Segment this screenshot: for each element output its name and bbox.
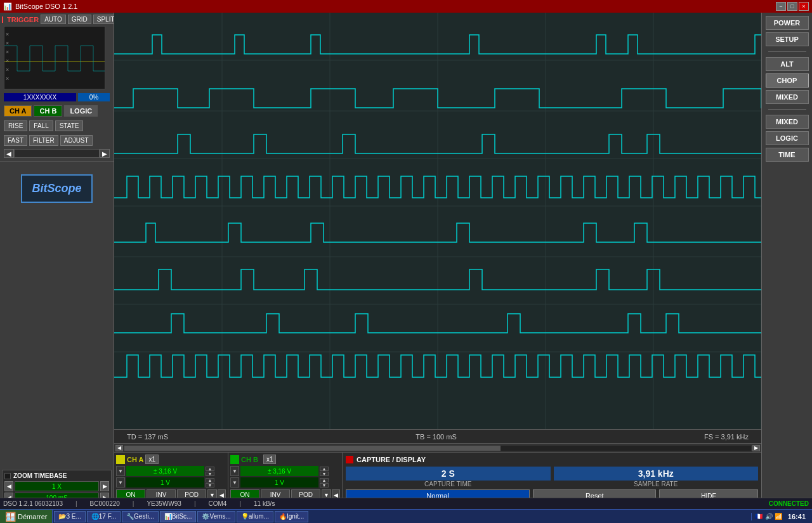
minimize-button[interactable]: − bbox=[776, 2, 786, 11]
setup-button[interactable]: SETUP bbox=[766, 32, 809, 46]
cha-offset-up[interactable]: ▲ bbox=[206, 478, 214, 482]
cha-offset-down2[interactable]: ▼ bbox=[206, 483, 214, 487]
status-connected: CONNECTED bbox=[769, 500, 809, 507]
taskbar-items: 📂 3 E... 🌐 17 F... 🔧 Gesti... 📊 BitSc...… bbox=[53, 510, 751, 524]
titlebar: 📊 BitScope DSO 1.2.1 − □ × bbox=[0, 0, 812, 13]
nav-right-arrow[interactable]: ▶ bbox=[100, 149, 110, 158]
status-port: COM4 bbox=[209, 500, 227, 507]
fast-button[interactable]: FAST bbox=[4, 135, 27, 146]
capture-time-value: 2 S bbox=[346, 467, 551, 481]
filter-button[interactable]: FILTER bbox=[29, 135, 58, 146]
taskbar-clock: 16:41 bbox=[785, 513, 809, 520]
hex-display: 1XXXXXXX bbox=[4, 93, 76, 101]
mini-scope: ×××××× bbox=[4, 26, 105, 89]
chb-indicator bbox=[230, 455, 239, 464]
chb-name: CH B bbox=[241, 456, 258, 463]
title-text: BitScope DSO 1.2.1 bbox=[15, 3, 77, 10]
rise-button[interactable]: RISE bbox=[4, 120, 27, 131]
scroll-thumb[interactable] bbox=[124, 446, 501, 451]
fall-button[interactable]: FALL bbox=[29, 120, 53, 131]
percent-display: 0% bbox=[78, 93, 110, 101]
x-decrease-button[interactable]: ◀ bbox=[4, 481, 13, 491]
bitscope-logo: BitScope bbox=[21, 174, 92, 203]
cha-button[interactable]: CH A bbox=[4, 105, 32, 117]
chb-voltage-down[interactable]: ▼ bbox=[230, 466, 239, 476]
cha-name: CH A bbox=[127, 456, 143, 463]
scope-scrollbar[interactable]: ◀ ▶ bbox=[114, 443, 761, 452]
taskbar-item-6[interactable]: 💡 allum... bbox=[237, 511, 273, 522]
tb-value: TB = 100 mS bbox=[416, 433, 457, 441]
status-rate: 11 kB/s bbox=[254, 500, 275, 507]
capture-title: CAPTURE / DISPLAY bbox=[357, 456, 426, 463]
taskbar-item-4[interactable]: 📊 BitSc... bbox=[160, 511, 197, 522]
state-button[interactable]: STATE bbox=[55, 120, 84, 131]
taskbar-item-1[interactable]: 📂 3 E... bbox=[54, 511, 85, 522]
zoom-indicator bbox=[4, 473, 11, 479]
mixed-button2[interactable]: MIXED bbox=[766, 115, 809, 129]
scope-canvas bbox=[114, 13, 761, 429]
waveform-display bbox=[114, 13, 761, 429]
sample-rate-label: SAMPLE RATE bbox=[554, 481, 759, 487]
taskbar-tray: 🇫🇷 🔊 📶 16:41 bbox=[751, 513, 812, 520]
x-increase-button[interactable]: ▶ bbox=[100, 481, 109, 491]
cha-multiplier[interactable]: x1 bbox=[145, 455, 159, 464]
scroll-right-arrow[interactable]: ▶ bbox=[752, 445, 760, 451]
grid-button[interactable]: GRID bbox=[68, 15, 91, 24]
cha-up-arrow[interactable]: ▲ bbox=[206, 467, 214, 471]
taskbar-item-5[interactable]: ⚙️ Vems... bbox=[197, 511, 235, 522]
chb-button[interactable]: CH B bbox=[34, 105, 62, 117]
cha-down-arrow[interactable]: ▼ bbox=[206, 472, 214, 476]
cha-voltage: ± 3,16 V bbox=[126, 466, 204, 476]
chb-offset-up[interactable]: ▲ bbox=[320, 478, 329, 482]
capture-time-label: CAPTURE TIME bbox=[346, 481, 551, 487]
chop-button[interactable]: CHOP bbox=[766, 74, 809, 87]
taskbar-item-7[interactable]: 🔥 Ignit... bbox=[275, 511, 308, 522]
nav-left-arrow[interactable]: ◀ bbox=[4, 149, 14, 158]
cha-voltage-down[interactable]: ▼ bbox=[116, 466, 125, 476]
right-divider1 bbox=[768, 51, 806, 52]
logic-button2[interactable]: LOGIC bbox=[766, 131, 809, 145]
trigger-label: TRIGGER bbox=[7, 16, 39, 23]
mixed-button1[interactable]: MIXED bbox=[766, 90, 809, 104]
chb-voltage: ± 3,16 V bbox=[240, 466, 318, 476]
scope-status: TD = 137 mS TB = 100 mS FS = 3,91 kHz bbox=[114, 429, 761, 443]
x-value-display: 1 X bbox=[15, 481, 99, 491]
auto-button[interactable]: AUTO bbox=[41, 15, 66, 24]
taskbar-item-3[interactable]: 🔧 Gesti... bbox=[122, 511, 159, 522]
sample-rate-value: 3,91 kHz bbox=[554, 467, 759, 481]
tray-icons: 🔊 📶 bbox=[765, 513, 782, 520]
status-version: DSO 1.2.1 06032103 bbox=[3, 500, 63, 507]
chb-offset-down2[interactable]: ▼ bbox=[320, 483, 329, 487]
scroll-track[interactable] bbox=[124, 446, 751, 451]
capture-indicator bbox=[346, 456, 353, 463]
chb-offset-down[interactable]: ▼ bbox=[230, 477, 239, 487]
fs-value: FS = 3,91 kHz bbox=[704, 433, 749, 441]
time-button[interactable]: TIME bbox=[766, 148, 809, 162]
chb-multiplier[interactable]: x1 bbox=[263, 455, 277, 464]
tray-flag: 🇫🇷 bbox=[755, 513, 763, 520]
right-divider2 bbox=[768, 109, 806, 110]
taskbar-item-2[interactable]: 🌐 17 F... bbox=[87, 511, 121, 522]
taskbar: 🪟 Démarrer 📂 3 E... 🌐 17 F... 🔧 Gesti...… bbox=[0, 509, 812, 523]
cha-indicator bbox=[116, 455, 125, 464]
cha-offset-down[interactable]: ▼ bbox=[116, 477, 125, 487]
td-value: TD = 137 mS bbox=[127, 433, 168, 441]
chb-offset: 1 V bbox=[240, 477, 318, 487]
start-button[interactable]: 🪟 Démarrer bbox=[0, 510, 53, 523]
cha-offset: 1 V bbox=[126, 477, 204, 487]
chb-up-arrow[interactable]: ▲ bbox=[320, 467, 329, 471]
status-device: YE35WW93 bbox=[147, 500, 181, 507]
adjust-button[interactable]: ADJUST bbox=[60, 135, 93, 146]
status-bc: BC000220 bbox=[90, 500, 120, 507]
trigger-indicator bbox=[2, 16, 3, 23]
power-button[interactable]: POWER bbox=[766, 16, 809, 30]
nav-spacer bbox=[14, 149, 100, 158]
zoom-label: ZOOM TIMEBASE bbox=[13, 472, 67, 479]
logic-button[interactable]: LOGIC bbox=[64, 105, 98, 117]
chb-down-arrow[interactable]: ▼ bbox=[320, 472, 329, 476]
maximize-button[interactable]: □ bbox=[787, 2, 797, 11]
alt-button[interactable]: ALT bbox=[766, 57, 809, 71]
close-button[interactable]: × bbox=[799, 2, 809, 11]
scroll-left-arrow[interactable]: ◀ bbox=[115, 445, 123, 451]
